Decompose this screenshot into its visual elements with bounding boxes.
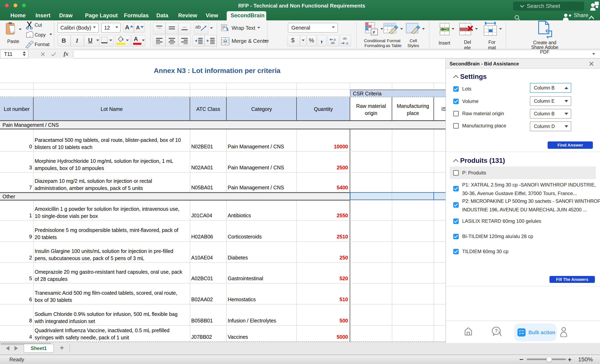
svg-text:.0: .0	[333, 38, 336, 41]
svg-text:≠: ≠	[373, 29, 375, 35]
svg-text:.00: .00	[342, 37, 347, 40]
svg-text:?: ?	[495, 328, 498, 333]
svg-text:.00: .00	[330, 41, 335, 45]
svg-text:.0: .0	[346, 42, 348, 45]
